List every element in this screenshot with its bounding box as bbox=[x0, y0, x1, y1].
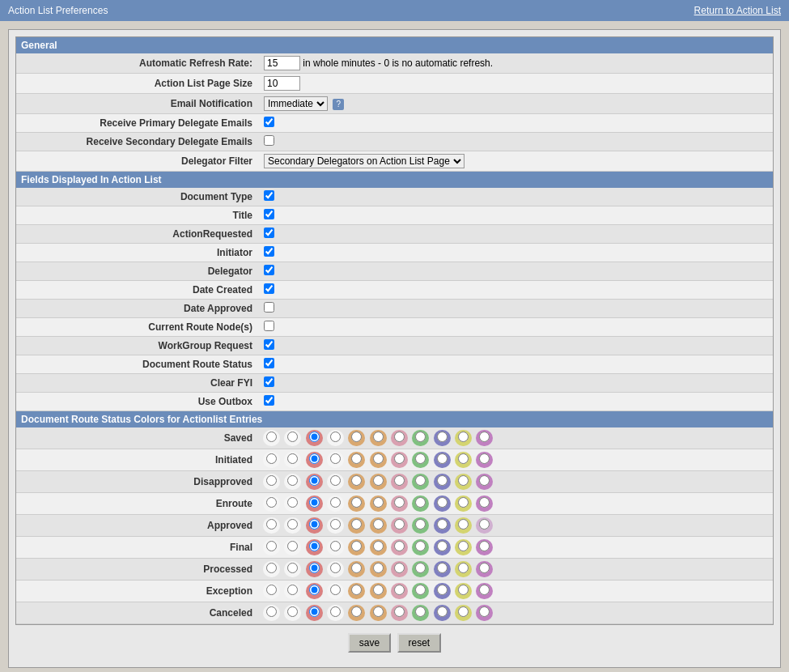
final-radio-6[interactable] bbox=[373, 541, 384, 551]
field-workgroup-checkbox[interactable] bbox=[264, 339, 274, 350]
disapproved-radio-6[interactable] bbox=[373, 475, 384, 486]
enroute-radio-3[interactable] bbox=[309, 497, 320, 508]
exception-radio-6[interactable] bbox=[373, 585, 384, 595]
field-document-type-checkbox[interactable] bbox=[264, 190, 274, 201]
canceled-radio-3[interactable] bbox=[309, 606, 320, 617]
canceled-radio-2[interactable] bbox=[287, 606, 298, 617]
saved-radio-white2[interactable] bbox=[287, 432, 298, 442]
exception-radio-2[interactable] bbox=[287, 585, 298, 595]
final-radio-3[interactable] bbox=[309, 541, 320, 551]
initiated-radio-1[interactable] bbox=[266, 453, 277, 464]
processed-radio-11[interactable] bbox=[479, 563, 490, 573]
canceled-radio-10[interactable] bbox=[458, 606, 469, 617]
initiated-radio-3[interactable] bbox=[309, 453, 320, 464]
saved-radio-blue[interactable] bbox=[437, 432, 448, 442]
saved-radio-white[interactable] bbox=[266, 432, 277, 442]
canceled-radio-8[interactable] bbox=[415, 606, 426, 617]
saved-radio-yellow[interactable] bbox=[458, 432, 469, 442]
final-radio-5[interactable] bbox=[351, 541, 362, 551]
approved-radio-11[interactable] bbox=[479, 519, 490, 530]
saved-radio-pink[interactable] bbox=[394, 432, 405, 442]
disapproved-radio-3[interactable] bbox=[309, 475, 320, 486]
final-radio-4[interactable] bbox=[330, 541, 341, 551]
exception-radio-10[interactable] bbox=[458, 585, 469, 595]
final-radio-1[interactable] bbox=[266, 541, 277, 551]
canceled-radio-7[interactable] bbox=[394, 606, 405, 617]
field-action-requested-checkbox[interactable] bbox=[264, 228, 274, 238]
disapproved-radio-7[interactable] bbox=[394, 475, 405, 486]
exception-radio-5[interactable] bbox=[351, 585, 362, 595]
initiated-radio-6[interactable] bbox=[373, 453, 384, 464]
field-route-status-checkbox[interactable] bbox=[264, 358, 274, 368]
exception-radio-4[interactable] bbox=[330, 585, 341, 595]
field-use-outbox-checkbox[interactable] bbox=[264, 395, 274, 406]
enroute-radio-6[interactable] bbox=[373, 497, 384, 508]
saved-radio-red[interactable] bbox=[309, 432, 320, 442]
enroute-radio-9[interactable] bbox=[437, 497, 448, 508]
processed-radio-5[interactable] bbox=[351, 563, 362, 573]
saved-radio-orange2[interactable] bbox=[373, 432, 384, 442]
primary-delegate-checkbox[interactable] bbox=[264, 117, 274, 127]
exception-radio-8[interactable] bbox=[415, 585, 426, 595]
disapproved-radio-4[interactable] bbox=[330, 475, 341, 486]
approved-radio-5[interactable] bbox=[351, 519, 362, 530]
initiated-radio-9[interactable] bbox=[437, 453, 448, 464]
disapproved-radio-10[interactable] bbox=[458, 475, 469, 486]
save-button[interactable]: save bbox=[348, 633, 391, 653]
disapproved-radio-11[interactable] bbox=[479, 475, 490, 486]
processed-radio-2[interactable] bbox=[287, 563, 298, 573]
field-date-created-checkbox[interactable] bbox=[264, 283, 274, 294]
exception-radio-9[interactable] bbox=[437, 585, 448, 595]
approved-radio-10[interactable] bbox=[458, 519, 469, 530]
field-clear-fyi-checkbox[interactable] bbox=[264, 376, 274, 387]
field-route-node-checkbox[interactable] bbox=[264, 321, 274, 331]
canceled-radio-9[interactable] bbox=[437, 606, 448, 617]
enroute-radio-7[interactable] bbox=[394, 497, 405, 508]
enroute-radio-8[interactable] bbox=[415, 497, 426, 508]
exception-radio-11[interactable] bbox=[479, 585, 490, 595]
processed-radio-9[interactable] bbox=[437, 563, 448, 573]
enroute-radio-4[interactable] bbox=[330, 497, 341, 508]
canceled-radio-1[interactable] bbox=[266, 606, 277, 617]
canceled-radio-5[interactable] bbox=[351, 606, 362, 617]
reset-button[interactable]: reset bbox=[397, 633, 442, 653]
initiated-radio-7[interactable] bbox=[394, 453, 405, 464]
approved-radio-7[interactable] bbox=[394, 519, 405, 530]
approved-radio-1[interactable] bbox=[266, 519, 277, 530]
canceled-radio-11[interactable] bbox=[479, 606, 490, 617]
processed-radio-8[interactable] bbox=[415, 563, 426, 573]
approved-radio-6[interactable] bbox=[373, 519, 384, 530]
delegator-filter-select[interactable]: Secondary Delegators on Action List Page… bbox=[264, 154, 464, 168]
initiated-radio-8[interactable] bbox=[415, 453, 426, 464]
final-radio-11[interactable] bbox=[479, 541, 490, 551]
approved-radio-9[interactable] bbox=[437, 519, 448, 530]
disapproved-radio-8[interactable] bbox=[415, 475, 426, 486]
enroute-radio-2[interactable] bbox=[287, 497, 298, 508]
initiated-radio-10[interactable] bbox=[458, 453, 469, 464]
enroute-radio-5[interactable] bbox=[351, 497, 362, 508]
exception-radio-1[interactable] bbox=[266, 585, 277, 595]
processed-radio-10[interactable] bbox=[458, 563, 469, 573]
approved-radio-8[interactable] bbox=[415, 519, 426, 530]
disapproved-radio-5[interactable] bbox=[351, 475, 362, 486]
enroute-radio-11[interactable] bbox=[479, 497, 490, 508]
secondary-delegate-checkbox[interactable] bbox=[264, 135, 274, 146]
page-size-input[interactable] bbox=[264, 76, 300, 91]
saved-radio-green[interactable] bbox=[415, 432, 426, 442]
refresh-rate-input[interactable] bbox=[264, 56, 300, 70]
final-radio-9[interactable] bbox=[437, 541, 448, 551]
canceled-radio-6[interactable] bbox=[373, 606, 384, 617]
saved-radio-none[interactable] bbox=[330, 432, 341, 442]
initiated-radio-5[interactable] bbox=[351, 453, 362, 464]
email-notification-select[interactable]: Immediate Daily Weekly None bbox=[264, 96, 328, 111]
processed-radio-3[interactable] bbox=[309, 563, 320, 573]
disapproved-radio-2[interactable] bbox=[287, 475, 298, 486]
processed-radio-6[interactable] bbox=[373, 563, 384, 573]
enroute-radio-10[interactable] bbox=[458, 497, 469, 508]
exception-radio-3[interactable] bbox=[309, 585, 320, 595]
final-radio-2[interactable] bbox=[287, 541, 298, 551]
processed-radio-1[interactable] bbox=[266, 563, 277, 573]
return-link[interactable]: Return to Action List bbox=[694, 5, 781, 16]
field-title-checkbox[interactable] bbox=[264, 209, 274, 219]
field-date-approved-checkbox[interactable] bbox=[264, 302, 274, 313]
